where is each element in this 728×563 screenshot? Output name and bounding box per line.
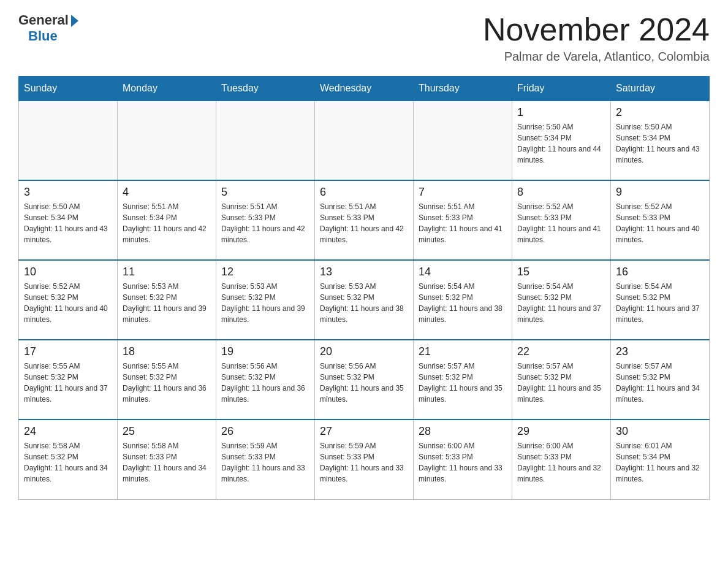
day-number: 13 [320,266,408,278]
calendar-cell: 18Sunrise: 5:55 AM Sunset: 5:32 PM Dayli… [118,340,216,419]
calendar-cell: 25Sunrise: 5:58 AM Sunset: 5:33 PM Dayli… [118,419,216,499]
day-number: 25 [123,425,211,438]
day-info: Sunrise: 5:51 AM Sunset: 5:33 PM Dayligh… [419,201,507,245]
day-number: 5 [221,186,309,199]
day-info: Sunrise: 5:54 AM Sunset: 5:32 PM Dayligh… [419,281,507,325]
day-number: 16 [616,266,704,278]
day-number: 20 [320,345,408,358]
day-number: 2 [616,106,704,119]
page-header: General Blue November 2024 Palmar de Var… [18,12,710,64]
day-header-wednesday: Wednesday [315,77,414,101]
day-info: Sunrise: 5:57 AM Sunset: 5:32 PM Dayligh… [419,361,507,405]
week-row-4: 17Sunrise: 5:55 AM Sunset: 5:32 PM Dayli… [19,340,710,419]
calendar-table: SundayMondayTuesdayWednesdayThursdayFrid… [18,76,710,500]
day-number: 18 [123,345,211,358]
day-number: 7 [419,186,507,199]
calendar-cell: 3Sunrise: 5:50 AM Sunset: 5:34 PM Daylig… [19,180,118,260]
calendar-cell: 27Sunrise: 5:59 AM Sunset: 5:33 PM Dayli… [315,419,414,499]
day-number: 17 [24,345,112,358]
logo-blue-text: Blue [28,28,58,44]
day-info: Sunrise: 5:52 AM Sunset: 5:33 PM Dayligh… [616,201,704,245]
calendar-cell [19,101,118,180]
day-info: Sunrise: 5:58 AM Sunset: 5:32 PM Dayligh… [24,440,112,484]
day-info: Sunrise: 5:50 AM Sunset: 5:34 PM Dayligh… [616,121,704,166]
week-row-5: 24Sunrise: 5:58 AM Sunset: 5:32 PM Dayli… [19,419,710,499]
day-number: 4 [123,186,211,199]
title-section: November 2024 Palmar de Varela, Atlantic… [483,12,710,64]
calendar-cell: 12Sunrise: 5:53 AM Sunset: 5:32 PM Dayli… [216,260,315,340]
day-info: Sunrise: 5:51 AM Sunset: 5:33 PM Dayligh… [320,201,408,245]
calendar-cell: 14Sunrise: 5:54 AM Sunset: 5:32 PM Dayli… [414,260,512,340]
day-info: Sunrise: 5:59 AM Sunset: 5:33 PM Dayligh… [221,440,309,484]
calendar-cell: 19Sunrise: 5:56 AM Sunset: 5:32 PM Dayli… [216,340,315,419]
location-subtitle: Palmar de Varela, Atlantico, Colombia [483,50,710,64]
day-number: 8 [517,186,605,199]
day-number: 19 [221,345,309,358]
day-info: Sunrise: 5:56 AM Sunset: 5:32 PM Dayligh… [320,361,408,405]
day-info: Sunrise: 5:50 AM Sunset: 5:34 PM Dayligh… [24,201,112,245]
day-number: 14 [419,266,507,278]
calendar-cell: 1Sunrise: 5:50 AM Sunset: 5:34 PM Daylig… [512,101,611,180]
day-number: 27 [320,425,408,438]
day-number: 30 [616,425,704,438]
week-row-1: 1Sunrise: 5:50 AM Sunset: 5:34 PM Daylig… [19,101,710,180]
calendar-cell: 11Sunrise: 5:53 AM Sunset: 5:32 PM Dayli… [118,260,216,340]
calendar-cell: 16Sunrise: 5:54 AM Sunset: 5:32 PM Dayli… [611,260,710,340]
calendar-cell: 13Sunrise: 5:53 AM Sunset: 5:32 PM Dayli… [315,260,414,340]
calendar-header-row: SundayMondayTuesdayWednesdayThursdayFrid… [19,77,710,101]
day-info: Sunrise: 5:58 AM Sunset: 5:33 PM Dayligh… [123,440,211,484]
day-number: 23 [616,345,704,358]
calendar-cell [216,101,315,180]
day-header-saturday: Saturday [611,77,710,101]
calendar-cell [315,101,414,180]
day-info: Sunrise: 5:52 AM Sunset: 5:33 PM Dayligh… [517,201,605,245]
calendar-cell: 6Sunrise: 5:51 AM Sunset: 5:33 PM Daylig… [315,180,414,260]
day-info: Sunrise: 5:55 AM Sunset: 5:32 PM Dayligh… [24,361,112,405]
calendar-cell: 17Sunrise: 5:55 AM Sunset: 5:32 PM Dayli… [19,340,118,419]
day-number: 1 [517,106,605,119]
day-info: Sunrise: 5:56 AM Sunset: 5:32 PM Dayligh… [221,361,309,405]
day-info: Sunrise: 5:51 AM Sunset: 5:34 PM Dayligh… [123,201,211,245]
day-number: 28 [419,425,507,438]
day-info: Sunrise: 5:53 AM Sunset: 5:32 PM Dayligh… [320,281,408,325]
day-info: Sunrise: 6:00 AM Sunset: 5:33 PM Dayligh… [517,440,605,484]
calendar-cell: 29Sunrise: 6:00 AM Sunset: 5:33 PM Dayli… [512,419,611,499]
day-number: 24 [24,425,112,438]
calendar-cell: 26Sunrise: 5:59 AM Sunset: 5:33 PM Dayli… [216,419,315,499]
calendar-cell: 5Sunrise: 5:51 AM Sunset: 5:33 PM Daylig… [216,180,315,260]
calendar-cell: 30Sunrise: 6:01 AM Sunset: 5:34 PM Dayli… [611,419,710,499]
day-info: Sunrise: 5:53 AM Sunset: 5:32 PM Dayligh… [123,281,211,325]
week-row-2: 3Sunrise: 5:50 AM Sunset: 5:34 PM Daylig… [19,180,710,260]
day-info: Sunrise: 5:50 AM Sunset: 5:34 PM Dayligh… [517,121,605,166]
calendar-cell [414,101,512,180]
calendar-cell: 7Sunrise: 5:51 AM Sunset: 5:33 PM Daylig… [414,180,512,260]
calendar-cell: 15Sunrise: 5:54 AM Sunset: 5:32 PM Dayli… [512,260,611,340]
calendar-cell: 21Sunrise: 5:57 AM Sunset: 5:32 PM Dayli… [414,340,512,419]
calendar-cell: 24Sunrise: 5:58 AM Sunset: 5:32 PM Dayli… [19,419,118,499]
calendar-cell: 2Sunrise: 5:50 AM Sunset: 5:34 PM Daylig… [611,101,710,180]
calendar-cell: 8Sunrise: 5:52 AM Sunset: 5:33 PM Daylig… [512,180,611,260]
day-number: 3 [24,186,112,199]
calendar-cell: 10Sunrise: 5:52 AM Sunset: 5:32 PM Dayli… [19,260,118,340]
day-header-sunday: Sunday [19,77,118,101]
day-header-friday: Friday [512,77,611,101]
day-number: 11 [123,266,211,278]
day-info: Sunrise: 6:01 AM Sunset: 5:34 PM Dayligh… [616,440,704,484]
day-info: Sunrise: 6:00 AM Sunset: 5:33 PM Dayligh… [419,440,507,484]
day-number: 9 [616,186,704,199]
logo-arrow-icon [71,15,78,27]
logo-general-text: General [18,12,69,28]
calendar-cell: 4Sunrise: 5:51 AM Sunset: 5:34 PM Daylig… [118,180,216,260]
calendar-cell: 9Sunrise: 5:52 AM Sunset: 5:33 PM Daylig… [611,180,710,260]
day-info: Sunrise: 5:55 AM Sunset: 5:32 PM Dayligh… [123,361,211,405]
calendar-cell: 20Sunrise: 5:56 AM Sunset: 5:32 PM Dayli… [315,340,414,419]
day-info: Sunrise: 5:53 AM Sunset: 5:32 PM Dayligh… [221,281,309,325]
day-number: 22 [517,345,605,358]
day-info: Sunrise: 5:54 AM Sunset: 5:32 PM Dayligh… [616,281,704,325]
day-number: 29 [517,425,605,438]
day-number: 12 [221,266,309,278]
day-info: Sunrise: 5:54 AM Sunset: 5:32 PM Dayligh… [517,281,605,325]
day-number: 21 [419,345,507,358]
calendar-cell: 28Sunrise: 6:00 AM Sunset: 5:33 PM Dayli… [414,419,512,499]
calendar-cell [118,101,216,180]
